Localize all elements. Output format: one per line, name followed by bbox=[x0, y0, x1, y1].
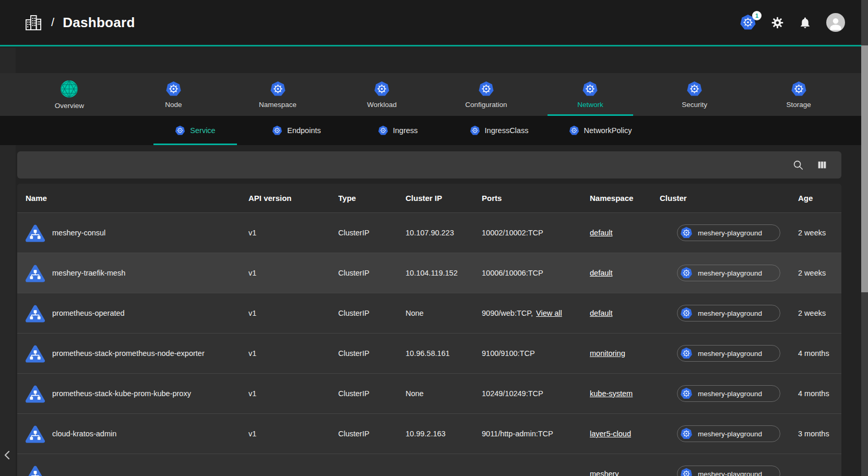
column-header-type[interactable]: Type bbox=[338, 194, 406, 203]
subtab-service[interactable]: Service bbox=[145, 116, 246, 145]
cluster-chip[interactable]: meshery-playground bbox=[677, 224, 780, 241]
kubernetes-icon bbox=[680, 347, 693, 360]
view-all-link[interactable]: View all bbox=[536, 309, 562, 317]
column-header-name[interactable]: Name bbox=[17, 194, 248, 203]
page-title: Dashboard bbox=[63, 15, 135, 31]
table-row[interactable]: meshery meshery-playground bbox=[17, 454, 841, 476]
chevron-left-icon bbox=[1, 449, 14, 461]
kubernetes-context-button[interactable]: 1 bbox=[740, 14, 756, 31]
tab-node[interactable]: Node bbox=[122, 73, 226, 116]
namespace-link[interactable]: default bbox=[590, 229, 613, 237]
namespace-link[interactable]: kube-system bbox=[590, 389, 633, 398]
cluster-ip: 10.99.2.163 bbox=[406, 430, 482, 438]
kubernetes-icon bbox=[478, 81, 494, 97]
table-row[interactable]: meshery-consul v1 ClusterIP 10.107.90.22… bbox=[17, 212, 841, 253]
header-actions: 1 bbox=[740, 13, 852, 32]
service-type: ClusterIP bbox=[338, 309, 406, 317]
cluster-ip: 10.96.58.161 bbox=[406, 349, 482, 358]
scrollbar-thumb[interactable] bbox=[861, 45, 868, 292]
age: 2 weeks bbox=[798, 269, 841, 277]
table-row[interactable]: meshery-traefik-mesh v1 ClusterIP 10.104… bbox=[17, 253, 841, 293]
ports: 10002/10002:TCP bbox=[482, 229, 590, 237]
column-header-api-version[interactable]: API version bbox=[248, 194, 338, 203]
service-type: ClusterIP bbox=[338, 269, 406, 277]
table-row[interactable]: prometheus-operated v1 ClusterIP None 90… bbox=[17, 293, 841, 333]
cluster-ip: 10.107.90.223 bbox=[406, 229, 482, 237]
namespace-link[interactable]: monitoring bbox=[590, 349, 625, 358]
namespace-link[interactable]: meshery bbox=[590, 470, 619, 476]
age: 2 weeks bbox=[798, 229, 841, 237]
cluster-chip[interactable]: meshery-playground bbox=[677, 305, 780, 322]
api-version: v1 bbox=[248, 430, 338, 438]
column-header-cluster-ip[interactable]: Cluster IP bbox=[406, 194, 482, 203]
kubernetes-icon bbox=[272, 125, 282, 136]
table-row[interactable]: prometheus-stack-prometheus-node-exporte… bbox=[17, 333, 841, 373]
tab-storage[interactable]: Storage bbox=[746, 73, 851, 116]
cluster-chip[interactable]: meshery-playground bbox=[677, 265, 780, 281]
kubernetes-icon bbox=[680, 468, 693, 476]
cluster-ip: None bbox=[406, 309, 482, 317]
context-count-badge: 1 bbox=[752, 11, 762, 20]
vertical-scrollbar[interactable] bbox=[861, 0, 868, 476]
subtab-networkpolicy[interactable]: NetworkPolicy bbox=[550, 116, 651, 145]
cluster-chip[interactable]: meshery-playground bbox=[677, 425, 780, 442]
column-header-namespace[interactable]: Namespace bbox=[590, 194, 660, 203]
tab-configuration[interactable]: Configuration bbox=[434, 73, 539, 116]
cluster-chip[interactable]: meshery-playground bbox=[677, 345, 780, 362]
column-header-cluster[interactable]: Cluster bbox=[660, 194, 798, 203]
cluster-ip: None bbox=[406, 389, 482, 398]
service-name: meshery-traefik-mesh bbox=[52, 269, 125, 277]
table-header-row: Name API version Type Cluster IP Ports N… bbox=[17, 184, 841, 212]
settings-gear-icon[interactable] bbox=[771, 16, 784, 29]
age: 4 months bbox=[798, 389, 841, 398]
subtab-ingress[interactable]: Ingress bbox=[347, 116, 448, 145]
kubernetes-icon bbox=[175, 125, 185, 136]
column-header-age[interactable]: Age bbox=[798, 194, 841, 203]
service-resource-icon bbox=[26, 304, 45, 323]
tab-overview[interactable]: Overview bbox=[17, 73, 122, 116]
ports: 9100/9100:TCP bbox=[482, 349, 590, 358]
services-table: Name API version Type Cluster IP Ports N… bbox=[17, 184, 841, 476]
cluster-chip[interactable]: meshery-playground bbox=[677, 466, 780, 476]
tab-workload[interactable]: Workload bbox=[330, 73, 434, 116]
subtab-endpoints[interactable]: Endpoints bbox=[246, 116, 347, 145]
service-name: prometheus-operated bbox=[52, 309, 125, 317]
kubernetes-icon bbox=[270, 81, 286, 97]
api-version: v1 bbox=[248, 309, 338, 317]
kubernetes-icon bbox=[470, 125, 480, 136]
user-avatar[interactable] bbox=[826, 13, 845, 32]
kubernetes-icon bbox=[582, 81, 598, 97]
service-type: ClusterIP bbox=[338, 349, 406, 358]
organization-building-icon[interactable] bbox=[24, 13, 43, 32]
tab-namespace[interactable]: Namespace bbox=[225, 73, 330, 116]
tab-network[interactable]: Network bbox=[538, 73, 643, 116]
service-name: cloud-kratos-admin bbox=[52, 430, 116, 438]
search-icon[interactable] bbox=[792, 159, 804, 171]
view-columns-icon[interactable] bbox=[816, 159, 828, 171]
namespace-link[interactable]: layer5-cloud bbox=[590, 430, 631, 438]
subtab-ingressclass[interactable]: IngressClass bbox=[448, 116, 550, 145]
namespace-link[interactable]: default bbox=[590, 309, 613, 317]
service-type: ClusterIP bbox=[338, 389, 406, 398]
cluster-chip[interactable]: meshery-playground bbox=[677, 385, 780, 402]
service-resource-icon bbox=[26, 264, 45, 283]
meshery-mesh-icon bbox=[60, 80, 78, 98]
table-row[interactable]: prometheus-stack-kube-prom-kube-proxy v1… bbox=[17, 373, 841, 413]
namespace-link[interactable]: default bbox=[590, 269, 613, 277]
kubernetes-icon bbox=[686, 81, 703, 97]
kubernetes-icon bbox=[680, 387, 693, 400]
dashboard-page: / Dashboard 1 Overview bbox=[0, 0, 868, 476]
resource-tabs-bar: Overview Node Namespace Workload Configu… bbox=[0, 73, 868, 116]
notifications-bell-icon[interactable] bbox=[799, 16, 812, 29]
tab-security[interactable]: Security bbox=[643, 73, 747, 116]
service-type: ClusterIP bbox=[338, 430, 406, 438]
column-header-ports[interactable]: Ports bbox=[482, 194, 590, 203]
table-toolbar bbox=[17, 151, 841, 178]
kubernetes-icon bbox=[680, 267, 693, 279]
kubernetes-icon bbox=[374, 81, 390, 97]
sidebar-collapse-button[interactable] bbox=[1, 449, 15, 465]
table-row[interactable]: cloud-kratos-admin v1 ClusterIP 10.99.2.… bbox=[17, 413, 841, 454]
api-version: v1 bbox=[248, 389, 338, 398]
service-name: prometheus-stack-prometheus-node-exporte… bbox=[52, 349, 205, 358]
ports: 10249/10249:TCP bbox=[482, 389, 590, 398]
